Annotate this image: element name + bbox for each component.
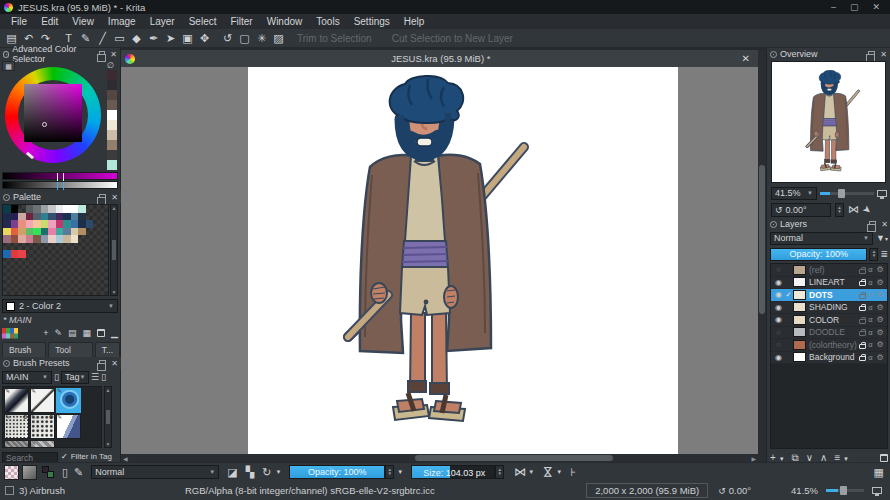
palette-swatch[interactable] [48, 280, 56, 288]
palette-swatch[interactable] [33, 265, 41, 273]
docker-menu-icon[interactable] [3, 194, 10, 201]
rotation-spinner[interactable]: ▲▼ [835, 203, 844, 217]
palette-swatch[interactable] [63, 243, 71, 251]
palette-swatch[interactable] [86, 280, 94, 288]
layer-row[interactable]: ◉Backgroundα⚙ [771, 352, 887, 365]
brush-preset-dots[interactable]: ✎⚙ [4, 414, 29, 439]
history-swatch[interactable] [107, 130, 117, 140]
palette-swatch[interactable] [101, 213, 109, 221]
palette-swatch[interactable] [93, 213, 101, 221]
palette-swatch[interactable] [18, 280, 26, 288]
palette-swatch[interactable] [11, 265, 19, 273]
palette-swatch[interactable] [33, 228, 41, 236]
palette-swatch[interactable] [41, 220, 49, 228]
palette-swatch[interactable] [48, 273, 56, 281]
palette-swatch[interactable] [71, 205, 79, 213]
edit-palette-icon[interactable]: ✎ [55, 328, 63, 338]
palette-swatch[interactable] [33, 250, 41, 258]
palette-swatch[interactable] [26, 288, 34, 296]
status-zoom-handle[interactable] [840, 486, 847, 495]
palette-swatch[interactable] [56, 228, 64, 236]
menu-help[interactable]: Help [397, 15, 432, 28]
mirror-vertical-icon[interactable]: ⋈ [541, 466, 555, 478]
palette-swatch[interactable] [56, 258, 64, 266]
palette-swatch[interactable] [78, 205, 86, 213]
palette-swatch[interactable] [86, 250, 94, 258]
close-docker-icon[interactable]: ✕ [111, 193, 118, 202]
palette-swatch[interactable] [48, 250, 56, 258]
palette-swatch[interactable] [71, 220, 79, 228]
save-palette-icon[interactable]: ▤ [68, 328, 77, 338]
float-docker-icon[interactable] [99, 51, 105, 57]
palette-swatch[interactable] [101, 280, 109, 288]
opacity-spinner[interactable]: ▲▼ [869, 248, 878, 261]
palette-swatch[interactable] [18, 258, 26, 266]
close-docker-icon[interactable]: ✕ [110, 50, 117, 59]
move-tool-icon[interactable]: ✥ [196, 30, 213, 46]
palette-swatch[interactable] [101, 220, 109, 228]
palette-swatch[interactable] [56, 205, 64, 213]
palette-swatch[interactable] [11, 250, 19, 258]
palette-swatch[interactable] [78, 213, 86, 221]
palette-swatch[interactable] [93, 265, 101, 273]
palette-swatch[interactable] [71, 213, 79, 221]
palette-swatch[interactable] [71, 228, 79, 236]
palette-swatch[interactable] [63, 205, 71, 213]
close-docker-icon[interactable]: ✕ [881, 220, 888, 229]
palette-swatch[interactable] [101, 235, 109, 243]
layer-opacity-slider[interactable]: Opacity: 100% [770, 248, 867, 261]
palette-swatch[interactable] [78, 228, 86, 236]
hue-slider-bar[interactable] [2, 172, 118, 180]
alpha-lock-icon[interactable]: α [866, 303, 875, 312]
lock-icon[interactable] [859, 331, 866, 336]
list-view-icon[interactable]: ☰ [91, 372, 99, 382]
menu-select[interactable]: Select [182, 15, 224, 28]
palette-swatch[interactable] [33, 273, 41, 281]
color-sampler-tool-icon[interactable]: ✒ [145, 30, 162, 46]
palette-swatch[interactable] [93, 280, 101, 288]
palette-swatch[interactable] [56, 273, 64, 281]
fit-screen-icon[interactable] [872, 487, 882, 494]
delete-layer-button[interactable] [880, 454, 888, 462]
palette-swatch[interactable] [18, 265, 26, 273]
cut-selection-button[interactable]: Cut Selection to New Layer [382, 33, 523, 44]
palette-swatch[interactable] [71, 258, 79, 266]
overview-thumbnail[interactable] [771, 61, 886, 183]
palette-swatch[interactable] [86, 273, 94, 281]
layer-settings-icon[interactable]: ⚙ [875, 303, 885, 312]
palette-swatch[interactable] [41, 228, 49, 236]
lock-icon[interactable] [859, 306, 866, 311]
palette-swatch[interactable] [11, 273, 19, 281]
palette-swatch[interactable] [41, 258, 49, 266]
layer-row[interactable]: ◉COLORα⚙ [771, 314, 887, 327]
h-scroll-thumb[interactable] [415, 455, 613, 461]
rectangle-tool-icon[interactable]: ▭ [111, 30, 128, 46]
palette-swatch[interactable] [3, 288, 11, 296]
palette-swatch[interactable] [56, 288, 64, 296]
menu-layer[interactable]: Layer [143, 15, 182, 28]
palette-swatch[interactable] [3, 265, 11, 273]
palette-swatch[interactable] [93, 250, 101, 258]
menu-window[interactable]: Window [260, 15, 310, 28]
layer-settings-icon[interactable]: ⚙ [875, 353, 885, 362]
history-swatch[interactable] [107, 80, 117, 90]
history-swatch[interactable] [107, 160, 117, 170]
v-scrollbar[interactable] [758, 50, 766, 462]
menu-view[interactable]: View [65, 15, 101, 28]
brush-preset-ink[interactable]: ✎ [4, 388, 29, 413]
pin-icon[interactable]: ➤ [860, 203, 873, 217]
tag-button[interactable]: Tag▼ [61, 371, 89, 384]
delete-swatch-icon[interactable] [97, 329, 105, 337]
palette-swatch[interactable] [63, 220, 71, 228]
palette-swatch[interactable] [18, 273, 26, 281]
brush-preset-dots2[interactable]: ✎⚙ [30, 414, 55, 439]
palette-swatch[interactable] [41, 243, 49, 251]
size-spinner[interactable]: ▲▼ [495, 465, 504, 479]
trim-to-selection-button[interactable]: Trim to Selection [287, 33, 382, 44]
layer-settings-icon[interactable]: ⚙ [875, 340, 885, 349]
layer-row[interactable]: ◉LINEARTα⚙ [771, 277, 887, 290]
palette-swatch[interactable] [86, 243, 94, 251]
docker-menu-icon[interactable] [3, 360, 10, 367]
detail-view-icon[interactable]: ▯ [101, 372, 106, 382]
palette-swatch[interactable] [56, 280, 64, 288]
